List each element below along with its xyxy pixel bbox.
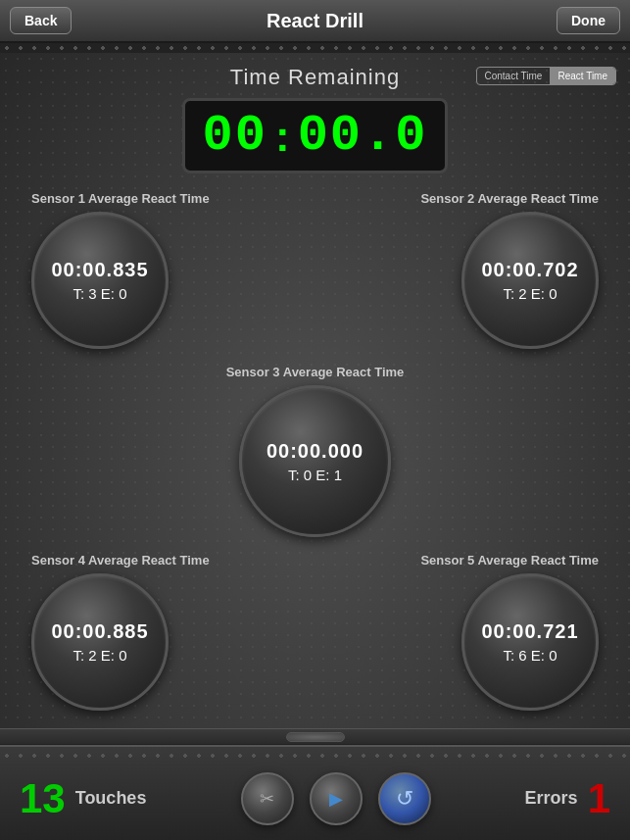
sensor5-circle[interactable]: 00:00.721 T: 6 E: 0 (461, 573, 599, 711)
sensor2-stats: T: 2 E: 0 (503, 285, 557, 302)
sensor3-time: 00:00.000 (267, 440, 363, 463)
sensor5-label: Sensor 5 Average React Time (420, 553, 599, 568)
errors-count: 1 (588, 775, 610, 822)
sensor5-stats: T: 6 E: 0 (503, 647, 557, 664)
sensor2-label: Sensor 2 Average React Time (420, 191, 599, 206)
sensor5-cell: Sensor 5 Average React Time 00:00.721 T:… (315, 545, 611, 718)
timer-section: Time Remaining 00 : 00.0 Contact Time Re… (0, 53, 630, 173)
sensor4-time: 00:00.885 (51, 620, 148, 643)
sensor1-time: 00:00.835 (51, 259, 148, 281)
divider-handle (286, 732, 345, 742)
sensor4-cell: Sensor 4 Average React Time 00:00.885 T:… (20, 545, 315, 718)
sensor2-circle[interactable]: 00:00.702 T: 2 E: 0 (461, 212, 599, 349)
back-button[interactable]: Back (10, 7, 72, 34)
done-button[interactable]: Done (557, 7, 620, 34)
sensor3-cell: Sensor 3 Average React Time 00:00.000 T:… (20, 357, 610, 545)
sensor3-stats: T: 0 E: 1 (288, 467, 342, 483)
timer-minutes: 00 (203, 107, 267, 165)
sensors-grid: Sensor 1 Average React Time 00:00.835 T:… (0, 173, 630, 728)
rivet-strip-top (0, 43, 630, 53)
sensor1-cell: Sensor 1 Average React Time 00:00.835 T:… (20, 183, 315, 357)
sensor5-time: 00:00.721 (481, 620, 578, 643)
touches-label: Touches (75, 788, 147, 809)
bottom-controls: ✂ ▶ ↺ (241, 772, 431, 825)
sensor1-stats: T: 3 E: 0 (73, 285, 126, 302)
sensor1-circle[interactable]: 00:00.835 T: 3 E: 0 (31, 212, 169, 349)
header: Back React Drill Done (0, 0, 630, 43)
main-content: Time Remaining 00 : 00.0 Contact Time Re… (0, 53, 630, 840)
sensor2-time: 00:00.702 (481, 259, 578, 281)
refresh-button[interactable]: ↺ (378, 772, 431, 825)
errors-section: Errors 1 (525, 775, 610, 822)
sensor3-label: Sensor 3 Average React Time (226, 365, 405, 379)
bottom-bar: 13 Touches ✂ ▶ ↺ Errors 1 (0, 745, 630, 840)
scissors-button[interactable]: ✂ (241, 772, 294, 825)
sensor4-stats: T: 2 E: 0 (73, 647, 126, 664)
sensor4-circle[interactable]: 00:00.885 T: 2 E: 0 (31, 573, 169, 711)
timer-display: 00 : 00.0 (182, 98, 449, 173)
sensor3-circle[interactable]: 00:00.000 T: 0 E: 1 (239, 385, 391, 537)
touches-section: 13 Touches (20, 775, 146, 822)
toggle-react-time[interactable]: React Time (550, 68, 615, 84)
divider-strip (0, 728, 630, 745)
play-icon: ▶ (329, 788, 343, 810)
scissors-icon: ✂ (260, 788, 274, 810)
timer-colon: : (275, 115, 290, 158)
sensor4-label: Sensor 4 Average React Time (31, 553, 210, 568)
toggle-contact-time[interactable]: Contact Time (477, 68, 551, 84)
touches-count: 13 (20, 775, 66, 822)
sensor2-cell: Sensor 2 Average React Time 00:00.702 T:… (315, 183, 611, 357)
page-title: React Drill (267, 10, 363, 32)
timer-toggle[interactable]: Contact Time React Time (476, 67, 617, 85)
timer-seconds: 00.0 (298, 107, 428, 165)
errors-label: Errors (525, 788, 578, 809)
time-remaining-label: Time Remaining (230, 65, 400, 90)
play-button[interactable]: ▶ (310, 772, 363, 825)
refresh-icon: ↺ (396, 786, 413, 812)
sensor1-label: Sensor 1 Average React Time (31, 191, 210, 206)
